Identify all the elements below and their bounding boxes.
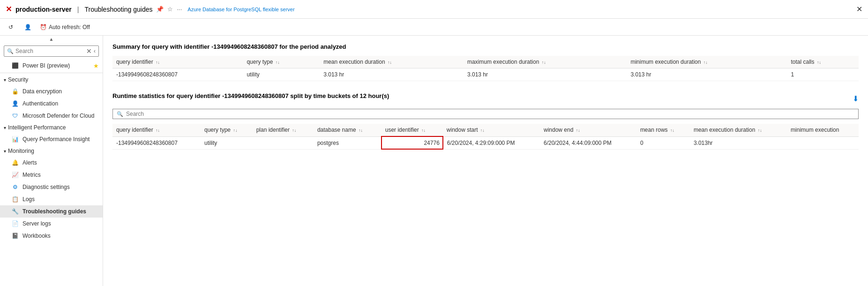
- runtime-search-input[interactable]: [126, 111, 854, 117]
- runtime-search-box[interactable]: 🔍: [112, 109, 859, 119]
- rt-col-window-start[interactable]: window start ↑↓: [443, 124, 540, 136]
- sidebar-item-defender[interactable]: 🛡 Microsoft Defender for Cloud: [0, 110, 103, 122]
- content-area: Summary for query with identifier -13499…: [103, 36, 868, 286]
- rt-sort-7[interactable]: ↑↓: [670, 128, 674, 133]
- summary-table-header-row: query identifier ↑↓ query type ↑↓ mean e…: [112, 56, 859, 68]
- rt-col-db-name[interactable]: database name ↑↓: [314, 124, 382, 136]
- summary-section: Summary for query with identifier -13499…: [112, 43, 859, 81]
- rt-min-exec-cell: [787, 136, 859, 149]
- qpi-icon: 📊: [11, 135, 19, 143]
- feedback-button[interactable]: 👤: [22, 23, 34, 31]
- main-layout: ▲ 🔍 ✕ ‹ ⬛ Power BI (preview) ★ ▾ Securit…: [0, 36, 868, 286]
- sidebar-category-monitoring[interactable]: ▾ Monitoring: [0, 145, 103, 157]
- title-action-icons[interactable]: 📌 ☆ ···: [156, 6, 182, 13]
- auto-refresh-control[interactable]: ⏰ Auto refresh: Off: [40, 24, 90, 30]
- rt-col-mean-rows[interactable]: mean rows ↑↓: [636, 124, 690, 136]
- search-input[interactable]: [15, 48, 84, 54]
- summary-min-duration-cell: 3.013 hr: [627, 68, 787, 81]
- sidebar-category-intelligent-performance[interactable]: ▾ Intelligent Performance: [0, 122, 103, 133]
- sidebar-item-server-logs[interactable]: 📄 Server logs: [0, 218, 103, 230]
- collapse-icon[interactable]: ‹: [94, 48, 96, 54]
- rt-mean-exec-cell: 3.013hr: [690, 136, 787, 149]
- rt-col-mean-exec[interactable]: mean execution duration ↑↓: [690, 124, 787, 136]
- summary-query-id-cell: -1349949608248360807: [112, 68, 243, 81]
- rt-sort-1[interactable]: ↑↓: [233, 128, 237, 133]
- rt-col-query-id[interactable]: query identifier ↑↓: [112, 124, 201, 136]
- sidebar-category-security[interactable]: ▾ Security: [0, 74, 103, 85]
- sidebar-item-workbooks[interactable]: 📓 Workbooks: [0, 230, 103, 242]
- app-logo: ✕: [6, 5, 12, 14]
- rt-sort-8[interactable]: ↑↓: [758, 128, 762, 133]
- qpi-label: Query Performance Insight: [22, 136, 90, 143]
- sidebar-item-data-encryption[interactable]: 🔒 Data encryption: [0, 85, 103, 98]
- powerbi-star-icon[interactable]: ★: [93, 62, 99, 69]
- summary-col-query-id[interactable]: query identifier ↑↓: [112, 56, 243, 68]
- workbooks-label: Workbooks: [22, 233, 51, 239]
- rt-col-plan-id[interactable]: plan identifier ↑↓: [253, 124, 314, 136]
- search-box[interactable]: 🔍 ✕ ‹: [4, 45, 99, 57]
- sidebar-item-logs[interactable]: 📋 Logs: [0, 193, 103, 205]
- intelligent-performance-label: Intelligent Performance: [8, 124, 66, 131]
- sidebar-item-authentication[interactable]: 👤 Authentication: [0, 98, 103, 110]
- sidebar-item-metrics[interactable]: 📈 Metrics: [0, 169, 103, 181]
- metrics-label: Metrics: [22, 172, 41, 178]
- summary-col-total-calls[interactable]: total calls ↑↓: [787, 56, 859, 68]
- alerts-label: Alerts: [22, 159, 37, 166]
- rt-sort-5[interactable]: ↑↓: [480, 128, 485, 133]
- sidebar-item-troubleshooting[interactable]: 🔧 Troubleshooting guides: [0, 205, 103, 218]
- star-icon[interactable]: ☆: [167, 6, 173, 13]
- close-button[interactable]: ✕: [856, 5, 862, 14]
- diagnostic-icon: ⚙: [11, 183, 19, 191]
- sort-icon-4[interactable]: ↑↓: [703, 60, 708, 65]
- rt-col-query-type[interactable]: query type ↑↓: [201, 124, 253, 136]
- refresh-icon: ↺: [8, 24, 13, 30]
- more-icon[interactable]: ···: [177, 6, 182, 13]
- sort-icon-1[interactable]: ↑↓: [276, 60, 280, 65]
- sort-icon-0[interactable]: ↑↓: [156, 60, 160, 65]
- search-clear-icon[interactable]: ✕: [86, 47, 92, 55]
- sidebar-item-alerts[interactable]: 🔔 Alerts: [0, 157, 103, 169]
- security-category-label: Security: [8, 76, 28, 83]
- summary-col-query-type[interactable]: query type ↑↓: [243, 56, 320, 68]
- rt-sort-4[interactable]: ↑↓: [421, 128, 426, 133]
- page-title: Troubleshooting guides: [84, 6, 152, 13]
- refresh-button[interactable]: ↺: [6, 23, 16, 31]
- summary-col-mean-duration[interactable]: mean execution duration ↑↓: [320, 56, 464, 68]
- auth-icon: 👤: [11, 100, 19, 107]
- rt-sort-2[interactable]: ↑↓: [292, 128, 296, 133]
- summary-col-max-duration[interactable]: maximum execution duration ↑↓: [464, 56, 627, 68]
- runtime-search-icon: 🔍: [117, 111, 123, 117]
- rt-col-min-exec[interactable]: minimum execution: [787, 124, 859, 136]
- runtime-section: Runtime statistics for query identifier …: [112, 92, 859, 150]
- sidebar-item-qpi[interactable]: 📊 Query Performance Insight: [0, 133, 103, 145]
- sort-icon-2[interactable]: ↑↓: [388, 60, 392, 65]
- refresh-timer-icon: ⏰: [40, 24, 47, 30]
- runtime-table-row: -1349949608248360807 utility postgres 24…: [112, 136, 859, 149]
- summary-col-total-label: total calls: [791, 59, 815, 65]
- summary-total-calls-cell: 1: [787, 68, 859, 81]
- sidebar-item-diagnostic[interactable]: ⚙ Diagnostic settings: [0, 181, 103, 193]
- title-bar-left: ✕ production-server | Troubleshooting gu…: [6, 5, 295, 14]
- summary-table: query identifier ↑↓ query type ↑↓ mean e…: [112, 56, 859, 81]
- sort-icon-3[interactable]: ↑↓: [542, 60, 546, 65]
- rt-col-window-end[interactable]: window end ↑↓: [540, 124, 636, 136]
- powerbi-icon: ⬛: [11, 62, 19, 69]
- rt-sort-0[interactable]: ↑↓: [156, 128, 160, 133]
- scroll-up-button[interactable]: ▲: [0, 36, 103, 43]
- metrics-icon: 📈: [11, 171, 19, 179]
- download-icon[interactable]: ⬇: [853, 94, 859, 103]
- summary-mean-duration-cell: 3.013 hr: [320, 68, 464, 81]
- workbooks-icon: 📓: [11, 232, 19, 240]
- summary-query-type-cell: utility: [243, 68, 320, 81]
- summary-title: Summary for query with identifier -13499…: [112, 43, 859, 50]
- summary-col-min-duration[interactable]: minimum execution duration ↑↓: [627, 56, 787, 68]
- rt-col-user-id[interactable]: user identifier ↑↓: [382, 124, 443, 136]
- defender-icon: 🛡: [11, 112, 19, 120]
- pin-icon[interactable]: 📌: [156, 6, 164, 13]
- sort-icon-5[interactable]: ↑↓: [817, 60, 821, 65]
- runtime-header: Runtime statistics for query identifier …: [112, 92, 859, 105]
- sidebar-item-powerbi[interactable]: ⬛ Power BI (preview) ★: [0, 60, 103, 72]
- rt-sort-3[interactable]: ↑↓: [359, 128, 363, 133]
- rt-sort-6[interactable]: ↑↓: [576, 128, 580, 133]
- sidebar: ▲ 🔍 ✕ ‹ ⬛ Power BI (preview) ★ ▾ Securit…: [0, 36, 103, 286]
